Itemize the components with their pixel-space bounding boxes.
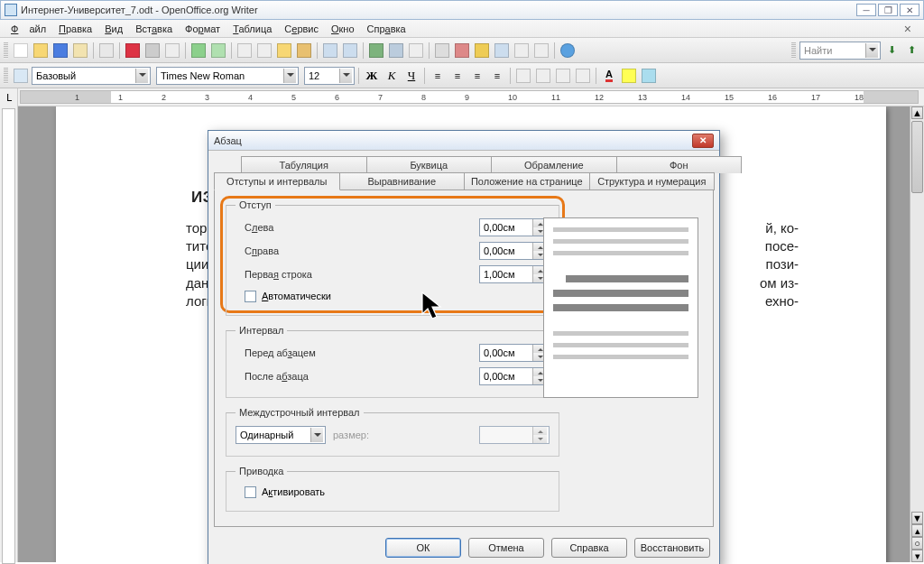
background-color-icon[interactable]: [640, 67, 658, 85]
reset-button[interactable]: Восстановить: [634, 538, 710, 558]
print-icon[interactable]: [143, 42, 162, 60]
dropdown-icon[interactable]: [283, 69, 296, 83]
tab-background[interactable]: Фон: [616, 156, 743, 173]
bullet-list-icon[interactable]: [534, 67, 552, 85]
spacing-before-spinner[interactable]: [479, 344, 550, 362]
navigator-icon[interactable]: [453, 42, 471, 60]
gallery-icon[interactable]: [473, 42, 491, 60]
toolbar-grip[interactable]: [4, 42, 8, 59]
font-size-combo[interactable]: 12: [304, 67, 355, 85]
format-paintbrush-icon[interactable]: [295, 42, 313, 60]
align-center-icon[interactable]: ≡: [448, 67, 467, 85]
paste-icon[interactable]: [275, 42, 293, 60]
tab-indents-spacing[interactable]: Отступы и интервалы: [214, 172, 340, 190]
next-page-icon[interactable]: ▾: [911, 550, 923, 562]
paragraph-style-combo[interactable]: Базовый: [32, 67, 151, 85]
cancel-button[interactable]: Отмена: [468, 538, 544, 558]
find-toolbar-grip[interactable]: [791, 42, 796, 59]
align-right-icon[interactable]: ≡: [468, 67, 486, 85]
new-doc-icon[interactable]: [12, 42, 30, 60]
numbered-list-icon[interactable]: [514, 67, 532, 85]
email-icon[interactable]: [71, 42, 89, 60]
indent-left-spinner[interactable]: [479, 218, 550, 236]
tab-alignment[interactable]: Выравнивание: [339, 172, 466, 190]
font-name-combo[interactable]: Times New Roman: [156, 67, 299, 85]
spacing-after-input[interactable]: [480, 368, 532, 384]
highlight-color-icon[interactable]: [620, 67, 638, 85]
tab-textflow[interactable]: Положение на странице: [464, 172, 590, 190]
linespacing-size-input[interactable]: [480, 427, 532, 443]
checkbox-icon[interactable]: [245, 291, 256, 302]
window-close-button[interactable]: ✕: [900, 4, 919, 16]
menu-table[interactable]: Таблица: [227, 22, 277, 36]
export-pdf-icon[interactable]: [124, 42, 142, 60]
indent-right-spinner[interactable]: [479, 242, 550, 260]
linespacing-mode-combo[interactable]: Одинарный: [236, 426, 326, 444]
vertical-scrollbar[interactable]: ▲ ▼ ▴ ○ ▾: [910, 106, 924, 562]
increase-indent-icon[interactable]: [574, 67, 592, 85]
dropdown-icon[interactable]: [135, 69, 148, 83]
window-restore-button[interactable]: ❐: [878, 4, 898, 16]
find-dropdown-icon[interactable]: [865, 43, 878, 58]
tab-dropcap[interactable]: Буквица: [366, 156, 493, 173]
open-icon[interactable]: [32, 42, 50, 60]
tab-borders[interactable]: Обрамление: [491, 156, 617, 173]
italic-icon[interactable]: К: [383, 67, 401, 85]
help-icon[interactable]: [559, 42, 577, 60]
underline-icon[interactable]: Ч: [402, 67, 420, 85]
menu-help[interactable]: Справка: [362, 22, 411, 36]
prev-page-icon[interactable]: ▴: [911, 524, 923, 537]
checkbox-icon[interactable]: [245, 486, 256, 498]
register-activate-checkbox[interactable]: Активировать: [236, 482, 550, 502]
edit-mode-icon[interactable]: [97, 42, 116, 60]
print-preview-icon[interactable]: [163, 42, 181, 60]
vertical-ruler[interactable]: [0, 106, 18, 562]
align-justify-icon[interactable]: ≡: [488, 67, 506, 85]
tab-outline-numbering[interactable]: Структура и нумерация: [589, 172, 716, 190]
spin-up-icon[interactable]: [533, 427, 547, 435]
styles-window-icon[interactable]: [12, 67, 30, 85]
navigation-icon[interactable]: ○: [911, 537, 923, 550]
indent-right-input[interactable]: [480, 243, 532, 259]
bold-icon[interactable]: Ж: [363, 67, 381, 85]
decrease-indent-icon[interactable]: [554, 67, 572, 85]
nonprinting-chars-icon[interactable]: [513, 42, 531, 60]
table-insert-icon[interactable]: [387, 42, 405, 60]
menu-edit[interactable]: Правка: [53, 22, 97, 36]
indent-firstline-input[interactable]: [480, 266, 532, 282]
menu-view[interactable]: Вид: [99, 22, 128, 36]
scroll-thumb[interactable]: [911, 121, 923, 193]
ok-button[interactable]: ОК: [385, 538, 461, 558]
tab-tabulation[interactable]: Табуляция: [241, 156, 367, 173]
dropdown-icon[interactable]: [310, 428, 323, 442]
save-icon[interactable]: [51, 42, 69, 60]
find-replace-icon[interactable]: [433, 42, 451, 60]
zoom-icon[interactable]: [532, 42, 550, 60]
horizontal-ruler[interactable]: 1123456789101112131415161718: [20, 90, 919, 104]
copy-icon[interactable]: [255, 42, 273, 60]
spacing-before-input[interactable]: [480, 345, 532, 361]
scroll-down-icon[interactable]: ▼: [911, 512, 923, 524]
spin-down-icon[interactable]: [533, 435, 547, 443]
dialog-titlebar[interactable]: Абзац ✕: [208, 131, 719, 151]
font-color-icon[interactable]: А: [600, 67, 618, 85]
window-minimize-button[interactable]: ─: [856, 4, 876, 16]
linespacing-size-spinner[interactable]: [479, 426, 550, 444]
auto-spellcheck-icon[interactable]: [209, 42, 227, 60]
menu-insert[interactable]: Вставка: [130, 22, 178, 36]
menu-window[interactable]: Окно: [326, 22, 360, 36]
indent-left-input[interactable]: [480, 219, 532, 236]
spacing-after-spinner[interactable]: [479, 367, 550, 385]
redo-icon[interactable]: [341, 42, 359, 60]
spellcheck-icon[interactable]: [189, 42, 208, 60]
find-next-icon[interactable]: ⬇: [882, 42, 901, 60]
data-sources-icon[interactable]: [493, 42, 511, 60]
dialog-close-button[interactable]: ✕: [692, 134, 714, 148]
undo-icon[interactable]: [321, 42, 339, 60]
menu-format[interactable]: Формат: [180, 22, 226, 36]
find-prev-icon[interactable]: ⬆: [902, 42, 920, 60]
menu-file[interactable]: Файл: [5, 22, 51, 36]
hyperlink-icon[interactable]: [367, 42, 385, 60]
help-button[interactable]: Справка: [551, 538, 627, 558]
document-close-icon[interactable]: ×: [897, 22, 919, 36]
